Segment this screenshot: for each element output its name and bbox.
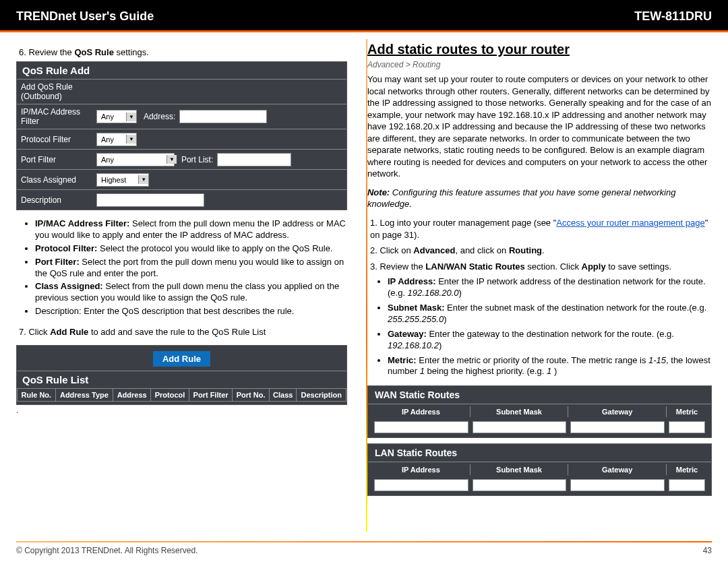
guide-title: TRENDnet User's Guide — [16, 9, 154, 24]
qos-list-title: QoS Rule List — [17, 371, 346, 388]
sub-metric: Metric: Enter the metric or priority of … — [388, 355, 712, 378]
left-column: 6. Review the QoS Rule settings. QoS Rul… — [16, 42, 347, 536]
lan-routes-title: LAN Static Routes — [368, 444, 711, 462]
qos-outbound-label: Add QoS Rule (Outbound) — [21, 82, 96, 101]
col-proto: Protocol — [151, 389, 189, 402]
sub-ip: IP Address: Enter the IP network address… — [388, 276, 712, 299]
breadcrumb: Advanced > Routing — [367, 60, 712, 69]
col-rule-no: Rule No. — [18, 389, 56, 402]
step-2: 2. Click on Advanced, and click on Routi… — [370, 245, 712, 257]
portlist-input[interactable] — [217, 153, 291, 166]
bullet-port: Port Filter: Select the port from the pu… — [35, 257, 347, 280]
mgmt-page-link[interactable]: Access your router management page — [556, 218, 704, 228]
bullet-desc: Description: Enter the QoS description t… — [35, 306, 347, 317]
sub-subnet: Subnet Mask: Enter the subnet mask of th… — [388, 303, 712, 325]
ipmac-label: IP/MAC Address Filter — [21, 107, 96, 126]
lan-gw-input[interactable] — [570, 479, 665, 491]
col-desc: Description — [297, 389, 346, 402]
step-3: 3. Review the LAN/WAN Static Routes sect… — [370, 261, 712, 378]
col-port-no: Port No. — [233, 389, 270, 402]
wan-col-mask: Subnet Mask — [471, 406, 569, 417]
wan-metric-input[interactable] — [669, 421, 705, 433]
col-addr-type: Address Type — [55, 389, 113, 402]
wan-mask-input[interactable] — [473, 421, 567, 433]
qos-add-title: QoS Rule Add — [17, 62, 346, 79]
note-paragraph: Note: Configuring this feature assumes t… — [367, 187, 712, 210]
intro-paragraph: You may want set up your router to route… — [367, 73, 712, 180]
wan-gw-input[interactable] — [570, 421, 665, 433]
step-1: 1. Log into your router management page … — [370, 217, 712, 241]
column-divider — [366, 39, 367, 532]
footer: © Copyright 2013 TRENDnet. All Rights Re… — [0, 542, 728, 562]
qos-rule-add-panel: QoS Rule Add Add QoS Rule (Outbound) IP/… — [16, 61, 347, 210]
lan-col-metric: Metric — [667, 464, 707, 475]
lan-metric-input[interactable] — [669, 479, 705, 491]
copyright: © Copyright 2013 TRENDnet. All Rights Re… — [16, 546, 198, 555]
steps-list: 1. Log into your router management page … — [370, 217, 712, 377]
wan-ip-input[interactable] — [374, 421, 468, 433]
wan-routes-title: WAN Static Routes — [368, 386, 711, 404]
port-label: Port Filter — [21, 155, 96, 164]
lan-col-ip: IP Address — [372, 464, 471, 475]
page-number: 43 — [703, 546, 712, 555]
col-class: Class — [269, 389, 297, 402]
class-label: Class Assigned — [21, 175, 96, 185]
desc-label: Description — [21, 195, 96, 205]
add-rule-button[interactable]: Add Rule — [153, 351, 210, 367]
lan-routes-panel: LAN Static Routes IP Address Subnet Mask… — [367, 443, 712, 496]
period: . — [16, 406, 347, 414]
address-label: Address: — [144, 112, 175, 121]
bullet-ipmac: IP/MAC Address Filter: Select from the p… — [35, 218, 347, 241]
protocol-label: Protocol Filter — [21, 135, 96, 144]
desc-input[interactable] — [96, 193, 204, 207]
qos-bullets: IP/MAC Address Filter: Select from the p… — [35, 218, 347, 317]
wan-routes-panel: WAN Static Routes IP Address Subnet Mask… — [367, 385, 712, 438]
add-rule-panel: Add Rule QoS Rule List Rule No. Address … — [16, 345, 347, 405]
col-port-filter: Port Filter — [189, 389, 232, 402]
portlist-label: Port List: — [181, 155, 213, 164]
wan-col-gw: Gateway — [568, 406, 667, 417]
step-7: 7. Click Add Rule to add and save the ru… — [19, 327, 347, 337]
class-select[interactable]: Highest — [96, 173, 149, 187]
right-column: Add static routes to your router Advance… — [367, 42, 712, 536]
ipmac-select[interactable]: Any — [96, 110, 137, 123]
bullet-protocol: Protocol Filter: Select the protocol you… — [35, 243, 347, 255]
address-input[interactable] — [179, 110, 267, 123]
wan-col-metric: Metric — [667, 406, 707, 417]
header-bar: TRENDnet User's Guide TEW-811DRU — [0, 0, 728, 32]
lan-col-mask: Subnet Mask — [471, 464, 569, 475]
lan-ip-input[interactable] — [374, 479, 468, 491]
port-select[interactable]: Any — [96, 153, 175, 166]
lan-col-gw: Gateway — [568, 464, 667, 475]
model-number: TEW-811DRU — [634, 9, 712, 24]
lan-mask-input[interactable] — [473, 479, 567, 491]
qos-rule-table: Rule No. Address Type Address Protocol P… — [17, 388, 346, 402]
bullet-class: Class Assigned: Select from the pull dow… — [35, 281, 347, 304]
col-addr: Address — [113, 389, 151, 402]
protocol-select[interactable]: Any — [96, 133, 137, 146]
wan-col-ip: IP Address — [372, 406, 471, 417]
section-heading: Add static routes to your router — [367, 42, 712, 57]
step-6: 6. Review the QoS Rule settings. — [19, 47, 347, 57]
sub-gateway: Gateway: Enter the gateway to the destin… — [388, 329, 712, 352]
